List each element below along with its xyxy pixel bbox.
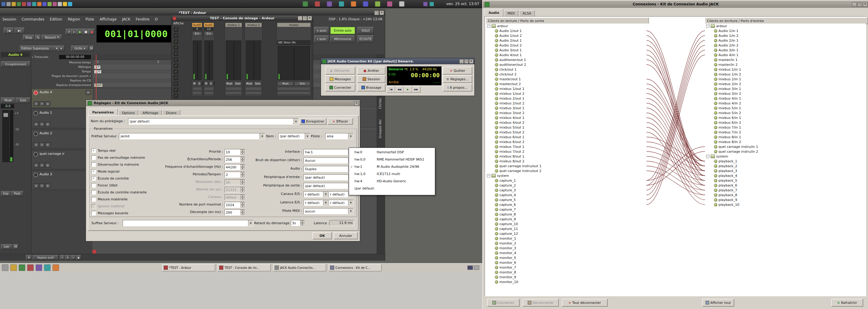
option-combo[interactable]: aucun▼ (304, 208, 353, 214)
port-row[interactable]: mixbus 4/in 1 (705, 96, 866, 101)
option-combo[interactable]: (par défaut)▼ (304, 174, 353, 180)
tab-audio[interactable]: Audio (485, 9, 503, 17)
start-button[interactable]: ▶Démarrer (325, 67, 355, 75)
connections-button[interactable]: Connecter (325, 84, 355, 91)
port-row[interactable]: playback_6 (705, 183, 866, 188)
checkbox[interactable] (91, 162, 96, 167)
files-icon[interactable] (10, 264, 17, 271)
maximize-button[interactable]: □ (858, 2, 862, 7)
refresh-button[interactable]: ↻Rafraîchir (831, 299, 863, 307)
strip-visible-checkbox[interactable]: ✓ (174, 33, 178, 38)
port-row[interactable]: capture_4 (486, 193, 647, 197)
port-row[interactable]: mixbus 6/out 2 (486, 139, 647, 144)
port-row[interactable]: click/out 1 (486, 67, 647, 72)
solo-button[interactable]: Solo (294, 82, 310, 86)
transport-forward-button[interactable]: ▶▶ (412, 86, 421, 93)
strip-name-button[interactable]: Audi0 (192, 23, 202, 27)
port-row[interactable]: playback_1 (705, 159, 866, 164)
checkbox[interactable] (91, 211, 96, 216)
port-row[interactable]: Audio 1/out 1 (486, 28, 647, 33)
client-row[interactable]: −ardour (705, 24, 866, 28)
port-row[interactable]: capture_8 (486, 212, 647, 217)
port-row[interactable]: auditioner/out 1 (486, 57, 647, 62)
screenshot-icon[interactable] (351, 1, 356, 7)
expander-icon[interactable]: − (487, 24, 490, 28)
port-row[interactable]: mixbus 8/out 2 (486, 159, 647, 164)
titlebar[interactable]: JACK Audio Connection Kit [(par défaut)]… (321, 58, 474, 64)
minimize-button[interactable]: _ (852, 2, 857, 7)
record-arm-button[interactable] (33, 173, 38, 177)
start-delay-spin[interactable]: 3s▲▼ (291, 220, 305, 226)
port-row[interactable]: mixbus 1/out 2 (486, 91, 647, 96)
port-row[interactable]: playback_9 (705, 197, 866, 202)
port-row[interactable]: mixbus 8/in 2 (705, 139, 866, 144)
expander-icon[interactable]: − (706, 155, 710, 158)
close-icon[interactable] (44, 264, 51, 271)
server-prefix-combo[interactable]: jackd▼ (119, 133, 265, 139)
port-row[interactable]: playback_3 (705, 168, 866, 173)
record-arm-button[interactable] (33, 90, 38, 95)
network-icon[interactable] (63, 2, 67, 6)
p-button[interactable]: p (33, 142, 39, 147)
g-button[interactable]: g (45, 142, 50, 147)
minimize-button[interactable]: _ (298, 16, 302, 21)
mute-button[interactable]: M (192, 82, 196, 86)
route-display[interactable] (245, 87, 261, 90)
minimize-button[interactable]: _ (459, 59, 464, 64)
solo-button[interactable]: S (197, 82, 201, 86)
volume-icon[interactable] (68, 2, 72, 6)
port-row[interactable]: mixbus 5/in 2 (705, 110, 866, 115)
port-row[interactable]: Audio 1/out 2 (486, 33, 647, 38)
port-row[interactable]: monitor_2 (486, 241, 647, 246)
port-row[interactable]: mixbus 2/in 1 (705, 77, 866, 82)
mute-button[interactable]: M (204, 82, 208, 86)
strip-visible-checkbox[interactable]: ✓ (174, 94, 178, 98)
port-row[interactable]: Audio 2/in 1 (705, 38, 866, 43)
chat-icon[interactable] (387, 1, 393, 7)
comment-display[interactable] (192, 91, 202, 95)
patchbay-button[interactable]: Brassage (357, 84, 385, 91)
zoom-fit-button[interactable]: ▪ (76, 255, 81, 260)
client-row[interactable]: −system (705, 154, 866, 159)
mute-button[interactable]: Muet (277, 82, 293, 86)
strip-visible-checkbox[interactable]: ✓ (174, 64, 178, 68)
driver-option[interactable]: hw:0Hammerfall DSP (349, 148, 435, 156)
server-suffix-combo[interactable]: ▼ (123, 220, 253, 226)
comment-display[interactable] (225, 91, 242, 95)
port-row[interactable]: mixbus 6/in 1 (705, 115, 866, 120)
port-row[interactable]: mixbus 3/in 1 (705, 86, 866, 91)
port-row[interactable]: playback_4 (705, 173, 866, 178)
strip-name-button[interactable]: master (277, 23, 310, 27)
checkbox[interactable] (91, 204, 96, 208)
port-row[interactable]: mixbus 3/out 2 (486, 110, 647, 115)
route-display[interactable] (204, 87, 214, 90)
editor-icon[interactable] (32, 2, 36, 6)
port-row[interactable]: Audio 2/out 2 (486, 43, 647, 48)
port-row[interactable]: Audio 2/out 1 (486, 38, 647, 43)
a-button[interactable]: a (39, 102, 44, 106)
route-display[interactable] (192, 87, 202, 90)
taskbar-window-button[interactable]: *TEST - Ardour (162, 264, 215, 271)
port-row[interactable]: quel carnage instru/in 2 (705, 149, 866, 154)
port-row[interactable]: playback_8 (705, 193, 866, 197)
client-row[interactable]: −system (486, 173, 647, 178)
port-row[interactable]: mixbus 4/out 1 (486, 115, 647, 120)
port-row[interactable]: master/in 1 (705, 57, 866, 62)
files-icon[interactable] (11, 2, 16, 6)
port-row[interactable]: monitor_3 (486, 246, 647, 250)
driver-option[interactable]: hw:1,0ICE1712 multi (349, 170, 435, 177)
driver-option[interactable]: (par défaut) (349, 185, 435, 192)
strip-name-button[interactable]: mixbus 2 (245, 23, 261, 27)
port-row[interactable]: auditioner/out 2 (486, 62, 647, 67)
driver-option[interactable]: ✓hw:1M Audio Audiophile 24/96 (349, 163, 435, 170)
port-row[interactable]: mixbus 6/in 2 (705, 120, 866, 125)
p-button[interactable]: p (33, 122, 39, 127)
settings-icon[interactable] (58, 2, 62, 6)
port-row[interactable]: monitor_1 (486, 236, 647, 241)
image-icon[interactable] (53, 2, 57, 6)
about-button[interactable]: iÀ propos... (443, 84, 472, 91)
port-row[interactable]: Audio 1/in 1 (705, 28, 866, 33)
port-row[interactable]: mixbus 7/out 1 (486, 144, 647, 149)
port-row[interactable]: mixbus 8/out 1 (486, 154, 647, 159)
port-row[interactable]: capture_7 (486, 207, 647, 212)
